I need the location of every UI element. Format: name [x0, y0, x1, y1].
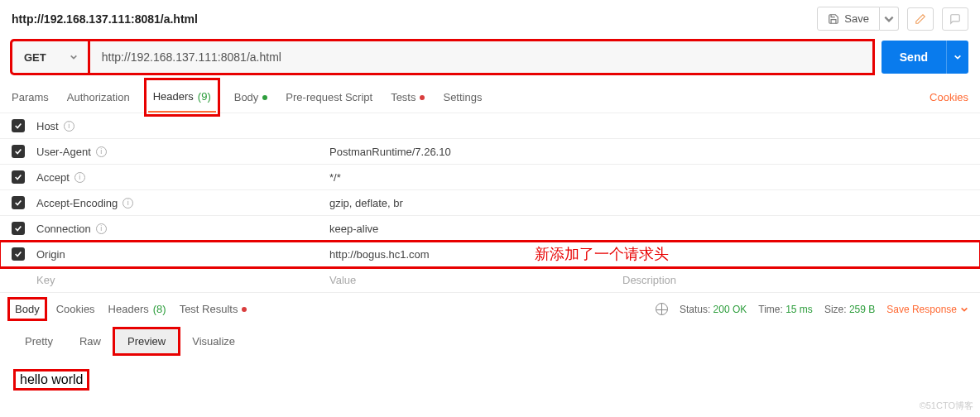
checkbox[interactable]	[12, 119, 25, 132]
tab-authorization[interactable]: Authorization	[67, 83, 130, 112]
checkbox[interactable]	[12, 196, 25, 209]
header-key[interactable]: User-Agent i	[36, 146, 318, 158]
chevron-down-icon	[960, 305, 968, 314]
chevron-down-icon	[954, 53, 962, 61]
resp-tab-cookies[interactable]: Cookies	[56, 300, 95, 319]
tab-headers[interactable]: Headers (9)	[148, 82, 216, 113]
table-row: Originhttp://bogus.hc1.com新添加了一个请求头	[0, 242, 980, 267]
table-row: Accept-Encoding igzip, deflate, br	[0, 190, 980, 216]
size-label: Size: 259 B	[824, 304, 875, 315]
comment-icon	[949, 13, 961, 25]
viewmode-pretty[interactable]: Pretty	[12, 328, 66, 354]
viewmode-raw[interactable]: Raw	[66, 328, 114, 354]
watermark: ©51CTO博客	[920, 400, 973, 405]
resp-tab-headers[interactable]: Headers (8)	[108, 300, 166, 319]
header-key[interactable]: Connection i	[36, 223, 318, 235]
header-value[interactable]: PostmanRuntime/7.26.10	[329, 146, 611, 158]
tab-body[interactable]: Body	[234, 83, 268, 112]
header-key[interactable]: Host i	[36, 120, 318, 132]
save-button[interactable]: Save	[817, 7, 880, 31]
save-icon	[828, 13, 839, 25]
header-key-placeholder[interactable]: Key	[36, 274, 318, 286]
save-response-button[interactable]: Save Response	[886, 304, 968, 315]
resp-tab-body[interactable]: Body	[12, 301, 43, 317]
tab-params[interactable]: Params	[12, 83, 49, 112]
globe-icon[interactable]	[656, 303, 668, 315]
edit-button[interactable]	[907, 7, 934, 31]
send-dropdown-button[interactable]	[946, 41, 968, 74]
headers-table: Host iUser-Agent iPostmanRuntime/7.26.10…	[0, 113, 980, 293]
pencil-icon	[915, 13, 926, 25]
tab-prerequest[interactable]: Pre-request Script	[286, 83, 372, 112]
info-icon[interactable]: i	[96, 223, 107, 234]
info-icon[interactable]: i	[96, 146, 107, 157]
url-input[interactable]	[89, 41, 873, 74]
dot-red-icon	[242, 307, 247, 312]
save-dropdown-button[interactable]	[880, 7, 899, 31]
tab-tests[interactable]: Tests	[391, 83, 425, 112]
header-value[interactable]: */*	[329, 171, 611, 184]
checkbox-empty	[12, 273, 25, 286]
tab-settings[interactable]: Settings	[443, 83, 482, 112]
table-row-placeholder[interactable]: KeyValueDescription	[0, 267, 980, 293]
viewmode-visualize[interactable]: Visualize	[179, 328, 248, 354]
checkbox[interactable]	[12, 247, 25, 261]
info-icon[interactable]: i	[74, 172, 85, 183]
header-key[interactable]: Accept-Encoding i	[36, 197, 318, 209]
checkbox[interactable]	[12, 222, 25, 235]
status-label: Status: 200 OK	[680, 304, 747, 315]
cookies-link[interactable]: Cookies	[930, 91, 968, 103]
header-value[interactable]: keep-alive	[329, 223, 611, 235]
table-row: Connection ikeep-alive	[0, 216, 980, 242]
table-row: Host i	[0, 113, 980, 139]
viewmode-preview[interactable]: Preview	[114, 328, 179, 354]
time-label: Time: 15 ms	[758, 304, 813, 315]
header-key[interactable]: Accept i	[36, 171, 318, 184]
request-name: http://192.168.137.111:8081/a.html	[12, 12, 809, 26]
table-row: Accept i*/*	[0, 165, 980, 190]
header-desc-placeholder[interactable]: Description	[622, 274, 968, 286]
table-row: User-Agent iPostmanRuntime/7.26.10	[0, 139, 980, 165]
dot-red-icon	[420, 95, 425, 100]
chevron-down-icon	[70, 53, 78, 61]
checkbox[interactable]	[12, 170, 25, 184]
info-icon[interactable]: i	[64, 121, 74, 132]
method-select[interactable]: GET	[12, 41, 89, 74]
header-value-placeholder[interactable]: Value	[329, 274, 611, 286]
header-value[interactable]: gzip, deflate, br	[329, 197, 611, 209]
resp-tab-test-results[interactable]: Test Results	[180, 300, 247, 319]
info-icon[interactable]: i	[122, 198, 133, 208]
chevron-down-icon	[883, 13, 895, 25]
header-key[interactable]: Origin	[36, 248, 318, 261]
comment-button[interactable]	[942, 7, 968, 31]
preview-body: hello world	[15, 371, 88, 389]
send-button[interactable]: Send	[882, 41, 946, 74]
annotation: 新添加了一个请求头	[535, 244, 669, 264]
dot-green-icon	[262, 95, 267, 100]
checkbox[interactable]	[12, 145, 25, 158]
